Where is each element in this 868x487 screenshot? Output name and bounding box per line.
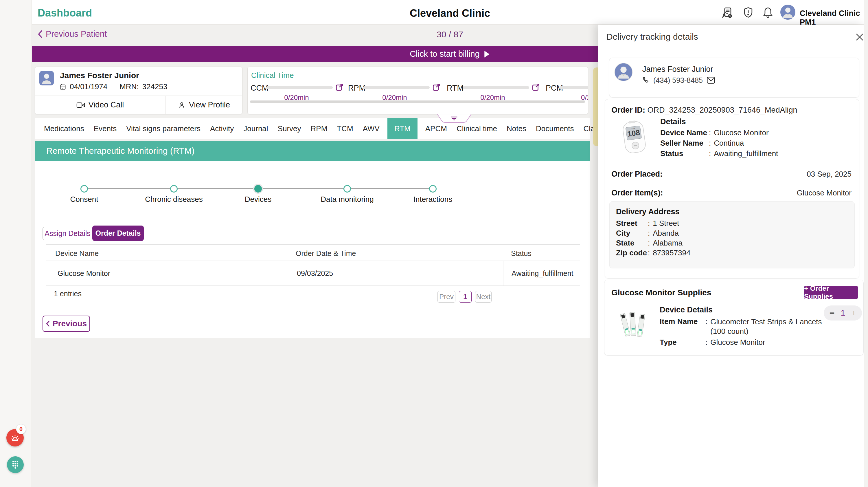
metric-rtm-label: RTM — [447, 84, 464, 93]
order-card: Order ID: ORD_324253_20250903_71646_MedA… — [605, 99, 859, 279]
device-name-value: Glucose Monitor — [714, 128, 769, 137]
user-avatar[interactable] — [780, 4, 796, 20]
shield-alert-icon[interactable] — [742, 6, 754, 19]
step-interactions-dot[interactable] — [429, 185, 437, 193]
page-scrollbar[interactable] — [864, 0, 868, 487]
zip-value: 873957394 — [653, 249, 690, 257]
previous-step-button[interactable]: Previous — [42, 316, 90, 332]
dialpad-button[interactable] — [7, 456, 24, 473]
order-items-value: Glucose Monitor — [797, 189, 851, 197]
delivery-tracking-panel: Delivery tracking details James Foster J… — [598, 25, 864, 487]
test-strips-image — [617, 310, 649, 342]
tab-survey[interactable]: Survey — [276, 118, 303, 139]
type-value: Glucose Monitor — [710, 338, 765, 347]
clinical-time-scrollbar[interactable] — [250, 101, 585, 103]
delivery-address-title: Delivery Address — [616, 207, 680, 216]
prescription-icon[interactable] — [721, 6, 734, 19]
rtm-content: Consent Chronic diseases Devices Data mo… — [35, 161, 590, 338]
colon: : — [648, 249, 650, 257]
tab-notes[interactable]: Notes — [505, 118, 528, 139]
city-label: City — [616, 229, 648, 238]
open-rtm-icon[interactable] — [531, 83, 540, 91]
tab-tcm[interactable]: TCM — [335, 118, 355, 139]
patient-mrn-label: MRN: — [120, 82, 138, 91]
step-chronic-diseases-label: Chronic diseases — [136, 195, 212, 204]
order-placed-value: 03 Sep, 2025 — [807, 170, 851, 179]
metric-rtm-bar — [463, 86, 529, 89]
tab-medications[interactable]: Medications — [42, 118, 86, 139]
video-call-button[interactable]: Video Call — [35, 96, 165, 114]
step-interactions-label: Interactions — [395, 195, 470, 204]
tab-rtm[interactable]: RTM — [388, 118, 417, 139]
item-name-value: Glucometer Test Strips & Lancets (100 co… — [710, 317, 824, 336]
chevron-left-icon — [46, 320, 50, 327]
bell-icon[interactable] — [762, 6, 774, 19]
close-icon[interactable] — [854, 32, 865, 42]
orders-table: Device Name Order Date & Time Status Glu… — [46, 245, 580, 306]
tab-activity[interactable]: Activity — [208, 118, 236, 139]
order-details-tab[interactable]: Order Details — [92, 226, 144, 241]
quantity-decrease-button[interactable]: − — [830, 308, 835, 318]
pagination-next-button[interactable]: Next — [475, 291, 492, 303]
colon: : — [648, 238, 650, 248]
tab-awv[interactable]: AWV — [361, 118, 381, 139]
step-data-monitoring-dot[interactable] — [343, 185, 351, 193]
panel-patient-phone-row: (434) 593-8485 — [642, 76, 715, 85]
step-chronic-diseases-dot[interactable] — [170, 185, 178, 193]
tab-vital-signs-parameters[interactable]: Vital signs parameters — [124, 118, 202, 139]
patient-meta: 04/01/1974 MRN: 324253 — [59, 82, 167, 91]
assign-details-tab[interactable]: Assign Details — [42, 227, 92, 240]
col-order-date: Order Date & Time — [296, 249, 356, 258]
panel-patient-card: James Foster Junior (434) 593-8485 — [609, 58, 859, 97]
user-name[interactable]: Cleveland Clinic PM1 — [800, 9, 868, 27]
open-rpm-icon[interactable] — [432, 83, 441, 91]
quantity-stepper: − 1 + — [824, 306, 862, 320]
seller-name-row: Seller Name : Continua — [660, 139, 744, 148]
status-row: Status : Awaiting_fulfillment — [660, 149, 778, 158]
step-consent-dot[interactable] — [81, 185, 88, 193]
panel-title: Delivery tracking details — [607, 32, 698, 42]
seller-name-label: Seller Name — [660, 139, 709, 148]
zip-label: Zip code — [616, 249, 648, 257]
tab-events[interactable]: Events — [92, 118, 119, 139]
pagination-prev-button[interactable]: Prev — [437, 291, 456, 303]
siren-icon — [10, 433, 20, 443]
col-status: Status — [511, 249, 531, 258]
view-profile-button[interactable]: View Profile — [165, 96, 242, 114]
colon: : — [705, 317, 707, 326]
open-ccm-icon[interactable] — [335, 83, 344, 91]
status-value: Awaiting_fulfillment — [714, 149, 778, 158]
panel-patient-avatar — [614, 63, 633, 81]
seller-name-value: Continua — [714, 139, 744, 148]
table-row-divider — [46, 285, 580, 286]
phone-icon — [642, 76, 650, 84]
tab-documents[interactable]: Documents — [534, 118, 576, 139]
quantity-value: 1 — [841, 308, 845, 318]
table-col-separator — [503, 261, 503, 285]
state-value: Alabama — [653, 238, 683, 248]
rtm-section-title: Remote Therapeutic Monitoring (RTM) — [46, 146, 194, 156]
pagination-page-1[interactable]: 1 — [459, 291, 472, 303]
panel-patient-phone: (434) 593-8485 — [653, 76, 703, 85]
clinical-time-card: Clinical Time CCM 0/20min RPM 0/20min RT… — [247, 66, 588, 114]
metric-ccm-bar — [266, 86, 333, 89]
metric-rpm-bar — [363, 86, 430, 89]
play-icon — [484, 50, 490, 58]
tab-rpm[interactable]: RPM — [309, 118, 329, 139]
calendar-icon — [59, 83, 66, 90]
tab-journal[interactable]: Journal — [242, 118, 270, 139]
step-devices-dot[interactable] — [254, 185, 262, 193]
device-name-row: Device Name : Glucose Monitor — [660, 128, 769, 137]
clinical-time-expander[interactable] — [437, 114, 472, 123]
mail-icon[interactable] — [706, 76, 715, 85]
order-items-label: Order Item(s): — [611, 189, 663, 197]
left-sidebar — [0, 0, 32, 487]
device-name-label: Device Name — [660, 128, 709, 137]
step-data-monitoring-label: Data monitoring — [310, 195, 385, 204]
order-supplies-button[interactable]: + Order Supplies — [804, 286, 858, 299]
clinical-time-title: Clinical Time — [251, 71, 294, 80]
order-id-line: Order ID: ORD_324253_20250903_71646_MedA… — [611, 106, 797, 115]
dialpad-icon — [11, 460, 20, 469]
quantity-increase-button[interactable]: + — [851, 308, 856, 318]
rtm-section-header: Remote Therapeutic Monitoring (RTM) — [35, 141, 590, 161]
